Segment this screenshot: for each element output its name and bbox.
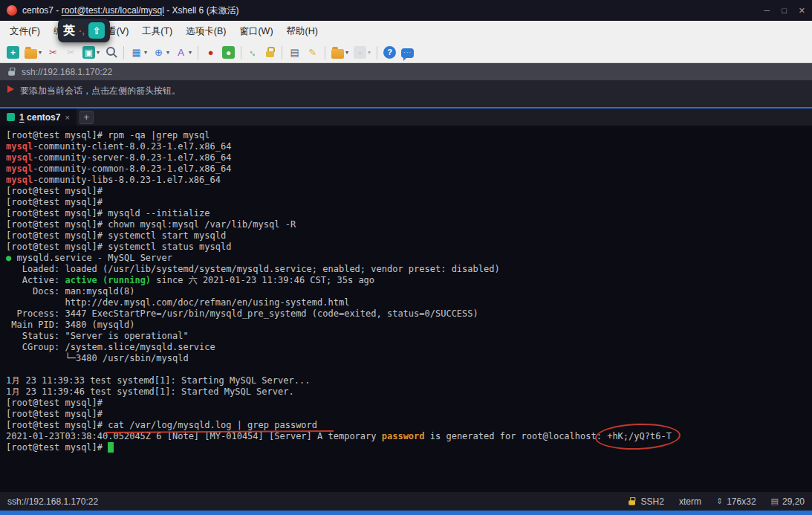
accent-line-bottom bbox=[0, 511, 812, 515]
title-bar: centos7 - root@test:/usr/local/mysql - X… bbox=[0, 0, 812, 21]
toolbar-separator bbox=[241, 46, 241, 59]
disconnect-button[interactable]: ✂ bbox=[45, 45, 62, 59]
new-session-icon: + bbox=[7, 46, 19, 59]
terminal-line: [root@test mysql]# bbox=[6, 197, 812, 208]
dropdown-arrow-icon[interactable]: ▾ bbox=[368, 49, 371, 56]
xshell-window: centos7 - root@test:/usr/local/mysql - X… bbox=[0, 0, 812, 515]
terminal-line: Active: active (running) since 六 2021-01… bbox=[6, 275, 812, 286]
toolbar-separator bbox=[282, 46, 282, 59]
reconnect-button[interactable]: ✂ bbox=[62, 45, 79, 59]
lock-icon bbox=[628, 497, 636, 506]
close-button[interactable]: ✕ bbox=[799, 6, 805, 16]
xftp-button[interactable]: ● bbox=[220, 45, 237, 59]
duplicate-session-icon: ▣ bbox=[82, 46, 95, 59]
xagent-icon: ● bbox=[204, 46, 217, 59]
chat-icon: ··· bbox=[401, 48, 414, 58]
tunnel-pane-button[interactable]: ▦▾ bbox=[128, 45, 149, 59]
lock-icon bbox=[7, 68, 16, 77]
position-icon: ▤ bbox=[771, 496, 779, 506]
dropdown-arrow-icon[interactable]: ▾ bbox=[39, 49, 42, 56]
ime-popup: 英 ·, ⇧ bbox=[58, 19, 110, 42]
web-button[interactable]: ⊕▾ bbox=[150, 45, 172, 59]
menu-item-tools[interactable]: 工具(T) bbox=[135, 22, 179, 42]
fullscreen-button[interactable]: ↔ bbox=[245, 45, 262, 59]
maximize-button[interactable]: □ bbox=[782, 6, 787, 16]
xagent-button[interactable]: ● bbox=[202, 45, 219, 59]
info-text: 要添加当前会话，点击左侧的箭头按钮。 bbox=[20, 85, 181, 97]
menu-item-tab[interactable]: 选项卡(B) bbox=[179, 22, 233, 42]
toolbar-separator bbox=[377, 46, 377, 59]
window-title-app: - Xshell 6 (未激活) bbox=[164, 5, 239, 16]
send-file-icon: ▫ bbox=[354, 46, 366, 59]
chat-button[interactable]: ··· bbox=[399, 47, 416, 59]
menu-item-help[interactable]: 帮助(H) bbox=[280, 22, 325, 42]
dropdown-arrow-icon[interactable]: ▾ bbox=[189, 49, 192, 56]
tab-centos7[interactable]: 1 centos7 × bbox=[0, 108, 77, 126]
toolbar: +▾✂✂▣▾▦▾⊕▾A▾●●↔▤✎▾▫▾?··· bbox=[0, 42, 812, 63]
terminal-line: [root@test mysql]# bbox=[6, 398, 812, 409]
tab-label: 1 centos7 bbox=[19, 112, 60, 123]
toolbar-separator bbox=[325, 46, 325, 59]
status-protocol-label: SSH2 bbox=[641, 496, 664, 507]
new-session-button[interactable]: + bbox=[4, 45, 22, 59]
receive-file-button[interactable]: ▾ bbox=[329, 46, 351, 59]
toolbar-separator bbox=[123, 46, 124, 59]
status-terminal-type-label: xterm bbox=[679, 496, 701, 507]
minimize-button[interactable]: ─ bbox=[764, 6, 770, 16]
virtual-keyboard-button[interactable]: ▤ bbox=[286, 45, 303, 59]
dropdown-arrow-icon[interactable]: ▾ bbox=[345, 49, 348, 56]
terminal-line: 1月 23 11:39:33 test systemd[1]: Starting… bbox=[6, 375, 812, 386]
help-button[interactable]: ? bbox=[381, 45, 398, 59]
resize-icon: ⇕ bbox=[716, 496, 723, 506]
terminal-line: Docs: man:mysqld(8) bbox=[6, 286, 812, 297]
terminal-line bbox=[6, 364, 812, 375]
reconnect-icon: ✂ bbox=[65, 46, 77, 59]
terminal-line: Main PID: 3480 (mysqld) bbox=[6, 320, 812, 331]
status-bar: ssh://192.168.1.170:22 SSH2xterm⇕176x32▤… bbox=[0, 492, 812, 511]
font-button[interactable]: A▾ bbox=[172, 45, 194, 59]
terminal-line: mysql-community-common-8.0.23-1.el7.x86_… bbox=[6, 163, 812, 175]
window-title: centos7 - root@test:/usr/local/mysql - X… bbox=[22, 4, 239, 17]
duplicate-session-button[interactable]: ▣▾ bbox=[80, 45, 102, 59]
menu-item-file[interactable]: 文件(F) bbox=[3, 22, 47, 42]
open-sessions-button[interactable]: ▾ bbox=[22, 46, 44, 59]
highlight-button[interactable]: ✎ bbox=[304, 45, 321, 59]
web-icon: ⊕ bbox=[152, 46, 165, 59]
dropdown-arrow-icon[interactable]: ▾ bbox=[144, 49, 147, 56]
lock-screen-button[interactable] bbox=[263, 46, 278, 59]
terminal-line: CGroup: /system.slice/mysqld.service bbox=[6, 342, 812, 353]
menu-item-window[interactable]: 窗口(W) bbox=[233, 22, 279, 42]
tab-bar: 1 centos7 × + bbox=[0, 108, 812, 126]
disconnect-icon: ✂ bbox=[47, 46, 59, 59]
add-session-arrow-icon[interactable] bbox=[7, 85, 14, 93]
dropdown-arrow-icon[interactable]: ▾ bbox=[166, 49, 169, 56]
terminal-line: [root@test mysql]# systemctl start mysql… bbox=[6, 230, 812, 242]
terminal-line: [root@test mysql]# mysqld --initialize bbox=[6, 208, 812, 219]
terminal-line: ● mysqld.service - MySQL Server bbox=[6, 253, 812, 264]
window-controls: ─ □ ✕ bbox=[764, 6, 805, 16]
fullscreen-icon: ↔ bbox=[245, 43, 263, 61]
terminal-line: [root@test mysql]# bbox=[6, 409, 812, 420]
status-screen-size-label: 176x32 bbox=[727, 496, 756, 507]
new-tab-button[interactable]: + bbox=[79, 111, 94, 124]
address-bar[interactable]: ssh://192.168.1.170:22 bbox=[0, 63, 812, 80]
status-protocol: SSH2 bbox=[627, 496, 664, 507]
dropdown-arrow-icon[interactable]: ▾ bbox=[97, 49, 100, 56]
terminal-line: [root@test mysql]# bbox=[6, 186, 812, 197]
terminal-line: [root@test mysql]# systemctl status mysq… bbox=[6, 242, 812, 253]
find-button[interactable] bbox=[103, 45, 120, 59]
terminal-line: 1月 23 11:39:46 test systemd[1]: Started … bbox=[6, 386, 812, 398]
terminal-line: mysql-community-client-8.0.23-1.el7.x86_… bbox=[6, 141, 812, 152]
toolbar-separator bbox=[198, 46, 198, 59]
highlight-icon: ✎ bbox=[306, 46, 319, 59]
ime-keyboard-icon[interactable]: ⇧ bbox=[88, 22, 105, 39]
terminal-line: Loaded: loaded (/usr/lib/systemd/system/… bbox=[6, 264, 812, 275]
send-file-button[interactable]: ▫▾ bbox=[351, 45, 373, 59]
session-connected-icon bbox=[7, 113, 15, 121]
terminal-line: Process: 3447 ExecStartPre=/usr/bin/mysq… bbox=[6, 308, 812, 320]
terminal-line: mysql-community-server-8.0.23-1.el7.x86_… bbox=[6, 152, 812, 163]
session-url: ssh://192.168.1.170:22 bbox=[22, 67, 112, 77]
tab-close-icon[interactable]: × bbox=[65, 113, 69, 122]
terminal-output[interactable]: [root@test mysql]# rpm -qa |grep mysqlmy… bbox=[0, 126, 812, 492]
terminal-line: [root@test mysql]# rpm -qa |grep mysql bbox=[6, 130, 812, 141]
